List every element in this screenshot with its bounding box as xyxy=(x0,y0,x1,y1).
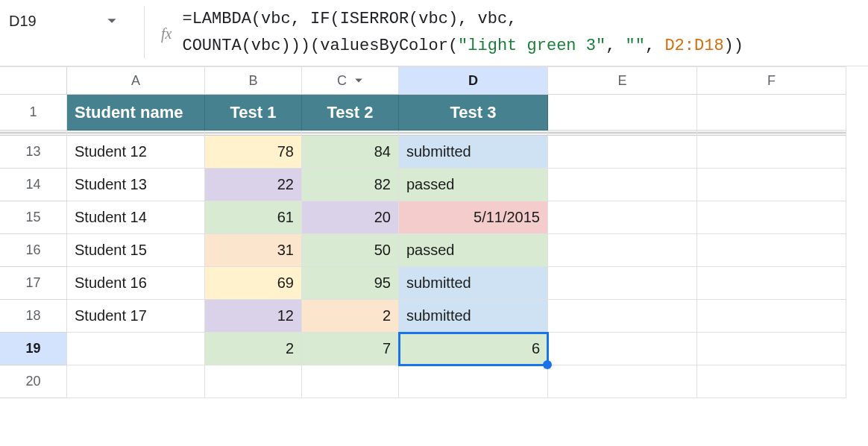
select-all-corner[interactable] xyxy=(0,66,67,95)
cell-D16[interactable]: passed xyxy=(399,234,548,267)
row-header-14[interactable]: 14 xyxy=(0,169,67,201)
row-header-17[interactable]: 17 xyxy=(0,267,67,300)
formula-text[interactable]: =LAMBDA(vbc, IF(ISERROR(vbc), vbc, COUNT… xyxy=(182,6,743,60)
cell-C15[interactable]: 20 xyxy=(302,201,399,234)
row-header-1[interactable]: 1 xyxy=(0,95,67,131)
cell-F17[interactable] xyxy=(697,267,846,300)
hidden-rows-indicator xyxy=(67,131,205,136)
cell-B18[interactable]: 12 xyxy=(205,300,302,333)
hidden-rows-indicator xyxy=(548,131,697,136)
col-header-B[interactable]: B xyxy=(205,66,302,95)
hidden-rows-indicator xyxy=(399,131,548,136)
cell-E17[interactable] xyxy=(548,267,697,300)
cell-A15[interactable]: Student 14 xyxy=(67,201,205,234)
cell-D18[interactable]: submitted xyxy=(399,300,548,333)
cell-D13[interactable]: submitted xyxy=(399,136,548,169)
cell-A14[interactable]: Student 13 xyxy=(67,169,205,201)
cell-A13[interactable]: Student 12 xyxy=(67,136,205,169)
cell-B20[interactable] xyxy=(205,365,302,398)
hidden-rows-indicator xyxy=(302,131,399,136)
table-header-D: Test 3 xyxy=(399,95,548,131)
cell-C19[interactable]: 7 xyxy=(302,333,399,365)
table-header-C: Test 2 xyxy=(302,95,399,131)
cell-E15[interactable] xyxy=(548,201,697,234)
formula-bar: D19 fx =LAMBDA(vbc, IF(ISERROR(vbc), vbc… xyxy=(0,0,868,66)
cell-D14[interactable]: passed xyxy=(399,169,548,201)
name-box-value: D19 xyxy=(7,13,37,30)
cell-B13[interactable]: 78 xyxy=(205,136,302,169)
cell-F15[interactable] xyxy=(697,201,846,234)
cell-C13[interactable]: 84 xyxy=(302,136,399,169)
cell-E19[interactable] xyxy=(548,333,697,365)
row-header-20[interactable]: 20 xyxy=(0,365,67,398)
cell-D19[interactable]: 6 xyxy=(399,333,548,365)
name-box[interactable]: D19 xyxy=(7,6,138,36)
selection-handle[interactable] xyxy=(543,360,552,369)
cell-E14[interactable] xyxy=(548,169,697,201)
cell-A18[interactable]: Student 17 xyxy=(67,300,205,333)
cell-F20[interactable] xyxy=(697,365,846,398)
cell-A19[interactable] xyxy=(67,333,205,365)
formula-bar-divider xyxy=(144,6,145,58)
cell-F19[interactable] xyxy=(697,333,846,365)
hidden-rows-indicator xyxy=(0,131,67,136)
fx-icon: fx xyxy=(161,25,172,43)
row-header-15[interactable]: 15 xyxy=(0,201,67,234)
row-header-19[interactable]: 19 xyxy=(0,333,67,365)
cell-C18[interactable]: 2 xyxy=(302,300,399,333)
cell-B16[interactable]: 31 xyxy=(205,234,302,267)
cell-B15[interactable]: 61 xyxy=(205,201,302,234)
table-header-A: Student name xyxy=(67,95,205,131)
table-header-F xyxy=(697,95,846,131)
cell-C17[interactable]: 95 xyxy=(302,267,399,300)
table-header-E xyxy=(548,95,697,131)
cell-B17[interactable]: 69 xyxy=(205,267,302,300)
cell-A16[interactable]: Student 15 xyxy=(67,234,205,267)
caret-down-icon[interactable] xyxy=(107,16,117,26)
table-header-B: Test 1 xyxy=(205,95,302,131)
col-header-C[interactable]: C xyxy=(302,66,399,95)
spreadsheet-grid[interactable]: ABCDEF1Student nameTest 1Test 2Test 313S… xyxy=(0,66,868,398)
cell-C14[interactable]: 82 xyxy=(302,169,399,201)
cell-F16[interactable] xyxy=(697,234,846,267)
filter-caret-icon[interactable] xyxy=(354,73,363,89)
cell-F18[interactable] xyxy=(697,300,846,333)
hidden-rows-indicator xyxy=(205,131,302,136)
cell-E13[interactable] xyxy=(548,136,697,169)
cell-D17[interactable]: submitted xyxy=(399,267,548,300)
col-header-F[interactable]: F xyxy=(697,66,846,95)
cell-E16[interactable] xyxy=(548,234,697,267)
cell-E20[interactable] xyxy=(548,365,697,398)
row-header-16[interactable]: 16 xyxy=(0,234,67,267)
hidden-rows-indicator xyxy=(697,131,846,136)
col-header-A[interactable]: A xyxy=(67,66,205,95)
row-header-13[interactable]: 13 xyxy=(0,136,67,169)
cell-C16[interactable]: 50 xyxy=(302,234,399,267)
cell-D20[interactable] xyxy=(399,365,548,398)
cell-F14[interactable] xyxy=(697,169,846,201)
cell-C20[interactable] xyxy=(302,365,399,398)
cell-F13[interactable] xyxy=(697,136,846,169)
cell-A17[interactable]: Student 16 xyxy=(67,267,205,300)
cell-D15[interactable]: 5/11/2015 xyxy=(399,201,548,234)
cell-A20[interactable] xyxy=(67,365,205,398)
cell-B19[interactable]: 2 xyxy=(205,333,302,365)
col-header-E[interactable]: E xyxy=(548,66,697,95)
cell-B14[interactable]: 22 xyxy=(205,169,302,201)
cell-E18[interactable] xyxy=(548,300,697,333)
row-header-18[interactable]: 18 xyxy=(0,300,67,333)
col-header-D[interactable]: D xyxy=(399,66,548,95)
